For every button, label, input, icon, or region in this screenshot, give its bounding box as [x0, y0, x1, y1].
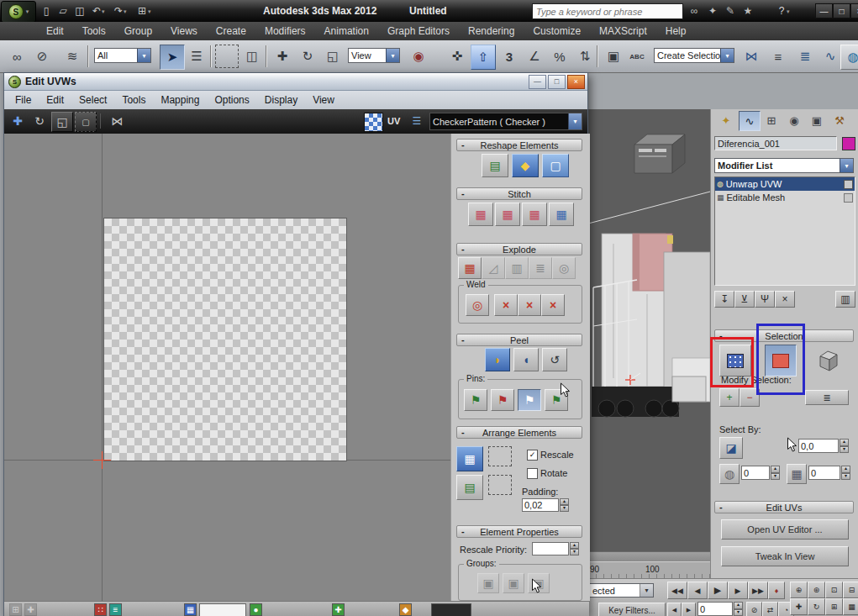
configure-modifier-button[interactable]: ▥: [835, 291, 855, 308]
uv-face-mode-icon[interactable]: ▦: [184, 603, 197, 616]
peel-mode-icon[interactable]: ◖: [513, 348, 539, 371]
spin-down-icon[interactable]: ▾: [840, 446, 849, 454]
previous-key-button[interactable]: ◀: [667, 603, 682, 616]
favorites-icon[interactable]: ★: [740, 3, 756, 18]
select-and-link-icon[interactable]: ∞: [5, 45, 29, 68]
show-map-checker-icon[interactable]: [364, 113, 383, 132]
object-color-swatch[interactable]: [842, 137, 855, 150]
rotate-label[interactable]: Rotate: [540, 468, 567, 478]
time-ruler[interactable]: 90 100: [588, 561, 710, 578]
close-button[interactable]: ×: [850, 3, 858, 18]
render-setup-icon[interactable]: ◍: [840, 45, 858, 70]
select-by-matid-button[interactable]: ▦: [787, 464, 807, 484]
chevron-down-icon[interactable]: ▾: [720, 49, 734, 62]
menu-edit[interactable]: Edit: [37, 25, 73, 37]
uv-freeform-icon[interactable]: ▢: [75, 112, 97, 132]
uv-scale-icon[interactable]: ◱: [51, 112, 73, 132]
percent-snap-icon[interactable]: %: [548, 45, 571, 68]
infocenter-search[interactable]: [532, 3, 683, 19]
uv-menu-select[interactable]: Select: [71, 94, 114, 106]
spinner-arrows[interactable]: ▴▾: [771, 466, 780, 480]
explode-header[interactable]: - Explode: [456, 243, 582, 255]
reset-peel-icon[interactable]: ↺: [542, 348, 567, 371]
dialog-title-bar[interactable]: S Edit UVWs — □ ×: [4, 73, 587, 91]
uv-menu-tools[interactable]: Tools: [114, 94, 153, 106]
uv-menu-options[interactable]: Options: [207, 94, 256, 106]
spin-down-icon[interactable]: ▾: [771, 473, 780, 481]
spinner-arrows[interactable]: ▴▾: [560, 498, 569, 512]
spinner-arrows[interactable]: ▴▾: [570, 542, 579, 555]
matid-spinner[interactable]: 0 ▴▾: [808, 466, 850, 480]
snap-toggle-icon[interactable]: 3: [497, 45, 521, 68]
uv-menu-edit[interactable]: Edit: [39, 94, 71, 106]
smoothing-group-value[interactable]: 0: [741, 466, 770, 480]
rescale-priority-field[interactable]: [532, 542, 569, 555]
uv-menu-file[interactable]: File: [8, 94, 39, 106]
help-flyout-icon[interactable]: ▾: [787, 8, 790, 15]
spin-up-icon[interactable]: ▴: [840, 439, 849, 446]
texture-dropdown[interactable]: CheckerPattern ( Checker ) ▾: [429, 113, 582, 130]
unpin-tool-icon[interactable]: ⚑: [491, 389, 514, 411]
uv-vertex-mode-icon[interactable]: ∷: [94, 603, 107, 616]
menu-tools[interactable]: Tools: [73, 25, 115, 37]
mirror-icon[interactable]: ⋈: [740, 45, 763, 68]
manage-flyout-icon[interactable]: ▾: [148, 8, 151, 15]
rescale-checkbox[interactable]: ✓: [527, 450, 538, 461]
dialog-minimize-button[interactable]: —: [529, 75, 546, 89]
planar-angle-value[interactable]: 0,0: [798, 439, 839, 453]
curve-editor-icon[interactable]: ∿: [819, 45, 842, 68]
select-and-rotate-icon[interactable]: ↻: [296, 45, 319, 68]
selection-filter-dropdown[interactable]: All ▾: [94, 48, 151, 63]
bind-to-spacewarp-icon[interactable]: ≋: [61, 45, 84, 68]
select-and-scale-icon[interactable]: ◱: [321, 45, 345, 68]
spin-down-icon[interactable]: ▾: [560, 505, 569, 512]
uv-editor-canvas[interactable]: [4, 134, 450, 601]
reference-coordinate-dropdown[interactable]: View ▾: [348, 48, 400, 63]
track-bar[interactable]: [588, 551, 710, 561]
smoothing-group-spinner[interactable]: 0 ▴▾: [741, 466, 780, 480]
spin-up-icon[interactable]: ▴: [771, 466, 780, 473]
stitch-target-icon[interactable]: ▦: [549, 203, 574, 226]
modifier-stack-item-editable-mesh[interactable]: ▦ Editable Mesh: [715, 191, 855, 204]
lock-selection-icon[interactable]: ⊘: [746, 602, 762, 616]
uv-soft-selection-icon[interactable]: ●: [250, 603, 262, 616]
spin-down-icon[interactable]: ▾: [734, 609, 743, 616]
select-by-planar-angle-button[interactable]: ◪: [719, 437, 743, 459]
pack-custom-icon[interactable]: [488, 446, 512, 466]
pack-normalize-icon[interactable]: ▦: [456, 446, 483, 471]
chevron-down-icon[interactable]: ▾: [137, 49, 150, 62]
zoom-all-icon[interactable]: ⊛: [808, 582, 825, 598]
stitch-header[interactable]: - Stitch: [456, 187, 582, 200]
spinner-arrows[interactable]: ▴▾: [841, 466, 850, 480]
select-by-smoothing-group-button[interactable]: ◍: [719, 464, 740, 484]
align-icon[interactable]: ≡: [766, 45, 790, 68]
rescale-label[interactable]: Rescale: [540, 450, 574, 460]
relax-until-flat-icon[interactable]: ◆: [512, 154, 539, 177]
search-input[interactable]: [533, 4, 682, 18]
menu-customize[interactable]: Customize: [524, 25, 590, 37]
quick-peel-icon[interactable]: ◗: [485, 348, 510, 371]
tab-modify-icon[interactable]: ∿: [739, 111, 761, 131]
uv-statusbar-icon[interactable]: ⊞: [9, 603, 22, 616]
menu-help[interactable]: Help: [656, 25, 696, 37]
tab-motion-icon[interactable]: ◉: [784, 111, 804, 129]
spin-up-icon[interactable]: ▴: [841, 466, 850, 473]
pin-mode-icon[interactable]: ⚑: [518, 389, 541, 411]
spin-up-icon[interactable]: ▴: [734, 602, 743, 609]
named-sets-abc-icon[interactable]: ABC: [625, 45, 649, 68]
show-end-result-button[interactable]: ⊻: [734, 291, 755, 308]
tab-create-icon[interactable]: ✦: [716, 111, 736, 129]
chevron-down-icon[interactable]: ▾: [640, 584, 653, 597]
uv-filter-dropdown[interactable]: [431, 603, 471, 616]
play-button[interactable]: ▶: [708, 582, 728, 599]
uv-snap-icon[interactable]: ◆: [399, 603, 412, 616]
ungroup-icon[interactable]: ▣: [503, 573, 524, 593]
uv-space-label[interactable]: UV: [387, 116, 400, 126]
window-crossing-icon[interactable]: ◫: [240, 45, 264, 68]
chevron-down-icon[interactable]: ▾: [840, 159, 853, 172]
save-icon[interactable]: ◫: [72, 3, 87, 18]
rescale-priority-spinner[interactable]: ▴▾: [532, 542, 579, 555]
uv-menu-view[interactable]: View: [305, 94, 342, 106]
rotate-checkbox[interactable]: [527, 468, 538, 479]
select-and-move-icon[interactable]: ✚: [271, 45, 294, 68]
